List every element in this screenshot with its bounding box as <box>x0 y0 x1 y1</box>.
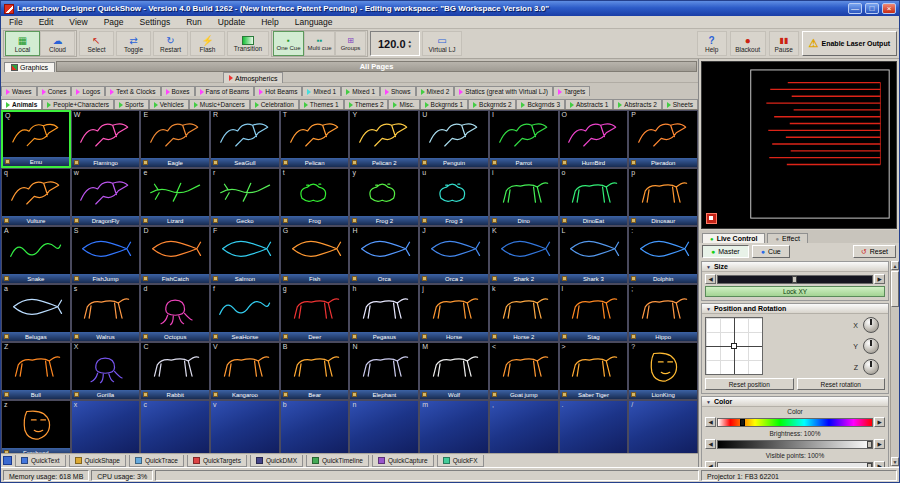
cue-cell-humbird[interactable]: OHumBird <box>559 110 629 168</box>
cue-cell-empty[interactable]: / <box>628 400 698 453</box>
cue-cell-frog-3[interactable]: uFrog 3 <box>419 168 489 226</box>
cue-cell-fish[interactable]: GFish <box>280 226 350 284</box>
page-row2-tab[interactable]: Animals <box>1 99 42 109</box>
blackout-button[interactable]: ● Blackout <box>730 31 766 56</box>
cue-cell-eagle[interactable]: EEagle <box>140 110 210 168</box>
color-section-header[interactable]: ▼ Color <box>702 397 888 407</box>
position-rotation-header[interactable]: ▼ Position and Rotation <box>702 304 888 314</box>
close-button[interactable]: × <box>882 3 896 14</box>
cue-cell-orca[interactable]: HOrca <box>349 226 419 284</box>
page-row1-tab[interactable]: Mixed 1 <box>341 86 380 96</box>
position-pad[interactable] <box>705 317 763 375</box>
cue-cell-bull[interactable]: ZBull <box>1 342 71 400</box>
page-row2-tab[interactable]: Themes 2 <box>344 99 389 109</box>
flash-button[interactable]: ⚡ Flash <box>190 31 225 56</box>
scroll-thumb[interactable] <box>891 271 899 307</box>
cue-cell-forehead[interactable]: zForehead <box>1 400 71 453</box>
page-row1-tab[interactable]: Statics (great with Virtual LJ) <box>454 86 553 96</box>
lock-xy-button[interactable]: Lock XY <box>705 286 885 297</box>
size-slider[interactable] <box>717 275 873 284</box>
cue-cell-parrot[interactable]: IParrot <box>489 110 559 168</box>
cue-button[interactable]: ● Cue <box>752 245 790 258</box>
help-button[interactable]: ? Help <box>697 31 727 56</box>
cue-cell-goat-jump[interactable]: <Goat jump <box>489 342 559 400</box>
cue-cell-dinosaur[interactable]: pDinosaur <box>628 168 698 226</box>
cue-cell-fishcatch[interactable]: DFishCatch <box>140 226 210 284</box>
page-row1-tab[interactable]: Boxes <box>161 86 195 96</box>
cue-cell-stag[interactable]: lStag <box>559 284 629 342</box>
page-row1-tab[interactable]: Waves <box>1 86 37 96</box>
cue-cell-gorilla[interactable]: XGorilla <box>71 342 141 400</box>
page-row1-tab[interactable]: Mixed 1 <box>302 86 341 96</box>
cue-cell-shark-2[interactable]: KShark 2 <box>489 226 559 284</box>
cue-cell-empty[interactable]: x <box>71 400 141 453</box>
scroll-up-icon[interactable]: ▲ <box>891 261 899 270</box>
cue-cell-belugas[interactable]: aBelugas <box>1 284 71 342</box>
tab-quicktimeline[interactable]: QuickTimeline <box>306 455 369 467</box>
size-slider-right-button[interactable]: ▶ <box>874 274 885 284</box>
tab-quicktargets[interactable]: QuickTargets <box>187 455 247 467</box>
tab-live-control[interactable]: ● Live Control <box>702 233 765 243</box>
page-row2-tab[interactable]: Vehicles <box>149 99 189 109</box>
cue-cell-saber-tiger[interactable]: >Saber Tiger <box>559 342 629 400</box>
cue-cell-empty[interactable]: m <box>419 400 489 453</box>
tab-atmospherics[interactable]: Atmospherics <box>223 72 283 83</box>
cue-cell-shark-3[interactable]: LShark 3 <box>559 226 629 284</box>
page-row2-tab[interactable]: Themes 1 <box>299 99 344 109</box>
cue-cell-walrus[interactable]: sWalrus <box>71 284 141 342</box>
restart-button[interactable]: ↻ Restart <box>153 31 188 56</box>
page-row1-tab[interactable]: Text & Clocks <box>105 86 160 96</box>
cue-cell-pegasus[interactable]: hPegasus <box>349 284 419 342</box>
page-row2-tab[interactable]: Misc. <box>388 99 419 109</box>
cue-cell-horse[interactable]: jHorse <box>419 284 489 342</box>
tab-effect[interactable]: ● Effect <box>767 233 807 243</box>
cue-cell-dolphin[interactable]: :Dolphin <box>628 226 698 284</box>
cue-cell-pteradon[interactable]: PPteradon <box>628 110 698 168</box>
cue-cell-fishjump[interactable]: SFishJump <box>71 226 141 284</box>
position-pad-handle[interactable] <box>731 343 737 349</box>
all-pages-header[interactable]: All Pages <box>56 61 697 72</box>
hue-slider-left-button[interactable]: ◀ <box>705 417 716 427</box>
cue-cell-vulture[interactable]: qVulture <box>1 168 71 226</box>
page-row2-tab[interactable]: Music+Dancers <box>189 99 250 109</box>
enable-laser-output-button[interactable]: ⚠ Enable Laser Output <box>802 31 897 56</box>
page-row1-tab[interactable]: Cones <box>37 86 72 96</box>
reset-rotation-button[interactable]: Reset rotation <box>797 378 886 390</box>
cue-cell-frog[interactable]: tFrog <box>280 168 350 226</box>
cue-cell-empty[interactable]: v <box>210 400 280 453</box>
cue-cell-dragonfly[interactable]: wDragonFly <box>71 168 141 226</box>
hue-slider[interactable] <box>717 418 873 427</box>
transition-button[interactable]: Transition <box>227 31 269 56</box>
cue-cell-kangaroo[interactable]: VKangaroo <box>210 342 280 400</box>
groups-button[interactable]: ⊞ Groups <box>335 31 366 56</box>
page-row2-tab[interactable]: Bckgrnds 1 <box>420 99 468 109</box>
brightness-slider[interactable] <box>717 440 873 449</box>
tab-graphics[interactable]: Graphics <box>4 62 55 72</box>
rotation-knob-y[interactable] <box>863 338 879 354</box>
page-row1-tab[interactable]: Mixed 2 <box>416 86 455 96</box>
cue-cell-flamingo[interactable]: WFlamingo <box>71 110 141 168</box>
cue-cell-gecko[interactable]: rGecko <box>210 168 280 226</box>
cue-cell-snake[interactable]: ASnake <box>1 226 71 284</box>
page-row2-tab[interactable]: Sports <box>114 99 149 109</box>
toggle-button[interactable]: ⇄ Toggle <box>116 31 151 56</box>
scroll-down-icon[interactable]: ▼ <box>891 457 899 466</box>
tab-quickcapture[interactable]: QuickCapture <box>372 455 434 467</box>
size-section-header[interactable]: ▼ Size <box>702 262 888 272</box>
cue-cell-octopus[interactable]: dOctopus <box>140 284 210 342</box>
menu-page[interactable]: Page <box>96 17 132 27</box>
cue-cell-deer[interactable]: gDeer <box>280 284 350 342</box>
cue-cell-frog-2[interactable]: yFrog 2 <box>349 168 419 226</box>
menu-edit[interactable]: Edit <box>31 17 62 27</box>
cue-cell-hippo[interactable]: ;Hippo <box>628 284 698 342</box>
brightness-slider-left-button[interactable]: ◀ <box>705 439 716 449</box>
reset-button[interactable]: ↺ Reset <box>853 245 896 258</box>
cloud-button[interactable]: ☁ Cloud <box>40 31 75 56</box>
page-row2-tab[interactable]: Abstracts 1 <box>565 99 613 109</box>
master-button[interactable]: ● Master <box>702 245 749 258</box>
rotation-knob-x[interactable] <box>863 317 879 333</box>
cue-cell-orca-2[interactable]: JOrca 2 <box>419 226 489 284</box>
menu-update[interactable]: Update <box>210 17 253 27</box>
menu-view[interactable]: View <box>61 17 95 27</box>
hue-slider-right-button[interactable]: ▶ <box>874 417 885 427</box>
